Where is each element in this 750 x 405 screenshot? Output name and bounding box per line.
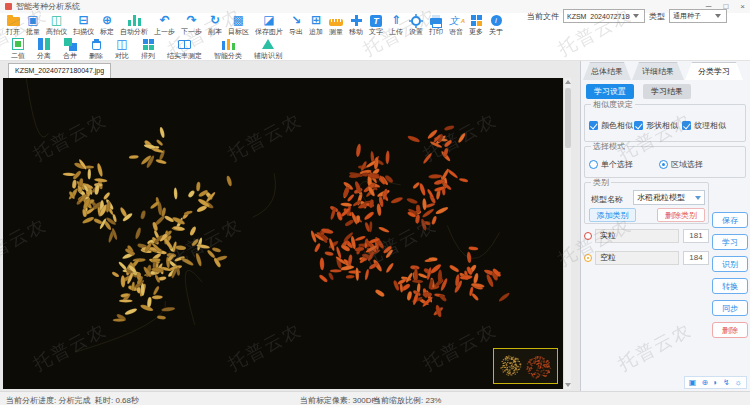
toolbar-voice[interactable]: 语音 <box>446 13 466 37</box>
flash-icon[interactable]: ↯ <box>723 378 730 387</box>
undo-icon: ↶ <box>159 14 171 27</box>
settings-sun-icon[interactable]: ☼ <box>735 378 742 387</box>
toolbar-calibrate[interactable]: ⊕标定 <box>97 13 117 37</box>
scrollbar-thumb[interactable] <box>565 88 571 148</box>
toolbar-redo[interactable]: ↷下一步 <box>178 13 205 37</box>
select-mode-group-title: 选择模式 <box>591 142 627 151</box>
toolbar-target-area[interactable]: ▩目标区 <box>225 13 252 37</box>
class-count-box[interactable]: 184 <box>683 251 709 265</box>
toolbar-smart-classify[interactable]: 智能分类 <box>208 37 248 61</box>
separate-icon <box>38 38 50 51</box>
type-label: 类型 <box>649 11 665 22</box>
toolbar-move[interactable]: 移动 <box>346 13 366 37</box>
class-name-input[interactable]: 空粒 <box>595 251 679 265</box>
image-viewport[interactable] <box>3 78 571 389</box>
toolbar-save-image[interactable]: ◪保存图片 <box>252 13 286 37</box>
toolbar-append[interactable]: ⊞追加 <box>306 13 326 37</box>
class-radio[interactable] <box>584 232 592 240</box>
moon-icon[interactable]: ◗ <box>713 378 718 387</box>
toolbar-delete[interactable]: 删除 <box>83 37 109 61</box>
toolbar-open[interactable]: 打开 <box>3 13 23 37</box>
toolbar-arrange-label: 排列 <box>141 52 155 60</box>
checkbox-纹理相似[interactable]: 纹理相似 <box>682 120 726 131</box>
convert-button[interactable]: 转换 <box>712 278 748 294</box>
minimap-canvas <box>494 349 557 383</box>
toolbar-about-label: 关于 <box>489 28 503 36</box>
add-category-button[interactable]: 添加类别 <box>589 208 636 222</box>
tab-detail-result[interactable]: 详细结果 <box>632 62 684 80</box>
toolbar-batch[interactable]: ▣批量 <box>23 13 43 37</box>
toolbar-assist-recognize[interactable]: 辅助识别 <box>248 37 288 61</box>
toolbar-copy-label: 副本 <box>208 28 222 36</box>
toolbar-export[interactable]: ↘导出 <box>286 13 306 37</box>
toolbar-print[interactable]: 打印 <box>426 13 446 37</box>
class-row: 空粒184 <box>584 250 709 265</box>
image-tab[interactable]: KZSM_20240727180047.jpg <box>8 63 111 78</box>
delete-button[interactable]: 删除 <box>712 322 748 338</box>
crosshair-icon[interactable]: ⊕ <box>701 378 708 387</box>
seed-image-canvas[interactable] <box>3 78 563 389</box>
tab-classify-learning[interactable]: 分类学习 <box>685 62 743 80</box>
scanner-icon: ⊟ <box>78 14 90 27</box>
toolbar-text[interactable]: 文字 <box>366 13 386 37</box>
toolbar-separate[interactable]: 分离 <box>31 37 57 61</box>
class-radio[interactable] <box>584 254 592 262</box>
file-bar: 当前文件 KZSM_20240727180047 类型 通用种子 <box>527 9 727 23</box>
save-button[interactable]: 保存 <box>712 212 748 228</box>
current-file-select[interactable]: KZSM_20240727180047 <box>563 9 645 23</box>
similarity-group-title: 相似度设定 <box>591 100 635 109</box>
learning-result-button[interactable]: 学习结果 <box>643 84 691 99</box>
toolbar-settings[interactable]: 设置 <box>406 13 426 37</box>
toolbar-binary[interactable]: 二值 <box>5 37 31 61</box>
vertical-scrollbar[interactable] <box>563 78 571 389</box>
compare-icon: ◫ <box>116 38 128 51</box>
toolbar-about[interactable]: 关于 <box>486 13 506 37</box>
toolbar-copy[interactable]: ↻副本 <box>205 13 225 37</box>
save-image-icon: ◪ <box>263 14 275 27</box>
toolbar-seed-setting-rate[interactable]: 结实率测定 <box>161 37 208 61</box>
model-select[interactable]: 水稻秕粒模型 <box>633 190 705 205</box>
merge-icon <box>64 38 77 51</box>
minimap[interactable] <box>493 348 558 384</box>
toolbar-compare[interactable]: ◫对比 <box>109 37 135 61</box>
side-buttons: 保存学习识别转换同步删除 <box>712 212 748 344</box>
learn-button[interactable]: 学习 <box>712 234 748 250</box>
recognize-button[interactable]: 识别 <box>712 256 748 272</box>
toolbar-scanner[interactable]: ⊟扫描仪 <box>70 13 97 37</box>
current-file-value: KZSM_20240727180047 <box>567 13 630 20</box>
class-row: 实粒181 <box>584 228 709 243</box>
close-button[interactable]: × <box>740 3 745 11</box>
toolbar-doc-camera[interactable]: ◫高拍仪 <box>43 13 70 37</box>
delete-icon <box>90 38 102 51</box>
status-elapsed-time: 耗时: 0.68秒 <box>95 395 139 405</box>
toolbar-undo[interactable]: ↶上一步 <box>151 13 178 37</box>
sync-button[interactable]: 同步 <box>712 300 748 316</box>
toolbar-batch-label: 批量 <box>26 28 40 36</box>
toolbar-more[interactable]: 更多 <box>466 13 486 37</box>
checkbox-颜色相似[interactable]: 颜色相似 <box>589 120 633 131</box>
toolbar-target-area-label: 目标区 <box>228 28 249 36</box>
settings-icon <box>410 14 422 27</box>
thumbnail-icon[interactable]: ▣ <box>689 378 697 387</box>
radio-label: 单个选择 <box>601 159 633 170</box>
toolbar-merge[interactable]: 合并 <box>57 37 83 61</box>
toolbar-measure[interactable]: 测量 <box>326 13 346 37</box>
radio-单个选择[interactable]: 单个选择 <box>589 159 633 170</box>
toolbar-arrange[interactable]: 排列 <box>135 37 161 61</box>
class-name-input[interactable]: 实粒 <box>595 229 679 243</box>
export-icon: ↘ <box>290 14 302 27</box>
checkbox-形状相似[interactable]: 形状相似 <box>634 120 678 131</box>
radio-区域选择[interactable]: 区域选择 <box>659 159 703 170</box>
toolbar-auto-analyze[interactable]: 自动分析 <box>117 13 151 37</box>
learning-settings-button[interactable]: 学习设置 <box>586 84 634 99</box>
delete-category-button[interactable]: 删除类别 <box>657 208 705 222</box>
result-tabs: 总体结果详细结果分类学习 <box>583 62 743 80</box>
app-window: 智能考种分析系统 ─□× 打开▣批量◫高拍仪⊟扫描仪⊕标定自动分析↶上一步↷下一… <box>0 0 750 405</box>
scroll-down-icon[interactable] <box>565 383 571 387</box>
type-select[interactable]: 通用种子 <box>669 9 727 23</box>
tab-overall-result[interactable]: 总体结果 <box>583 62 631 80</box>
toolbar-upload[interactable]: ⇑上传 <box>386 13 406 37</box>
class-count-box[interactable]: 181 <box>683 229 709 243</box>
scroll-up-icon[interactable] <box>565 80 571 84</box>
radio-label: 区域选择 <box>671 159 703 170</box>
